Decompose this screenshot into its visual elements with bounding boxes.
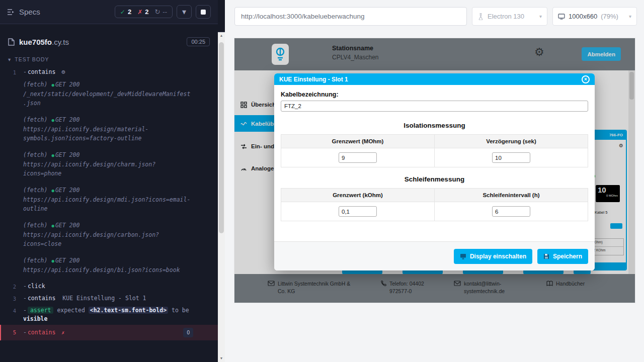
chevron-down-icon: ▾ (539, 14, 542, 19)
column-header: Verzögerung (sek) (435, 135, 588, 148)
reporter-panel: Specs ✓2 ✗2 ↻-- ▾ kue705fo.cy.ts 00:25 (0, 0, 225, 362)
url-bar[interactable] (234, 7, 467, 26)
command-number: 2 (0, 282, 23, 291)
fetch-url: https://api.iconify.design/charm.json?ic… (23, 160, 193, 178)
isolation-table: Grenzwert (MOhm) Verzögerung (sek) (281, 134, 588, 167)
modal-titlebar: KUE Einstellung - Slot 1 × (274, 73, 595, 85)
fetch-status: GET 200 (55, 222, 79, 229)
status-dot-icon: ● (51, 118, 54, 123)
scrollbar-track[interactable]: ▲ ▼ (218, 32, 225, 362)
loop-heading: Schleifenmessung (281, 175, 588, 183)
pending-retry-icon: ↻ (154, 8, 160, 16)
network-log[interactable]: (fetch)●GET 200 https://api.iconify.desi… (0, 254, 218, 276)
reporter-topbar: Specs ✓2 ✗2 ↻-- ▾ (0, 0, 218, 24)
scroll-down-button[interactable]: ▼ (218, 355, 225, 362)
pending-count: -- (163, 8, 167, 16)
preview-pane: Electron 130 ▾ 1000x660 (79%) ▾ Stations… (225, 0, 644, 362)
spec-header: kue705fo.cy.ts 00:25 (8, 37, 210, 46)
fail-x-icon: ✗ (61, 328, 64, 337)
status-dot-icon: ● (51, 153, 54, 158)
failed-count: 2 (145, 8, 148, 16)
fetch-tag: (fetch) (23, 222, 47, 229)
command-log: 1 -contains⚙ (fetch)●GET 200 /_next/stat… (0, 66, 218, 340)
network-log[interactable]: (fetch)●GET 200 https://api.iconify.desi… (0, 184, 218, 215)
flask-icon (477, 13, 484, 20)
network-log[interactable]: (fetch)●GET 200 https://api.iconify.desi… (0, 219, 218, 250)
fetch-tag: (fetch) (23, 116, 47, 123)
spec-file-icon (8, 38, 15, 46)
collapse-dropdown-button[interactable]: ▾ (177, 5, 192, 19)
test-body-label: TEST BODY (15, 56, 49, 62)
loop-interval-input[interactable] (492, 206, 530, 217)
cable-name-label: Kabelbezeichnung: (281, 91, 588, 98)
command-method: contains (28, 328, 55, 337)
monitor-icon (460, 253, 466, 259)
command-assert[interactable]: 4 -assert expected <h2.text-sm.font-bold… (0, 305, 218, 325)
modal-title: KUE Einstellung - Slot 1 (279, 76, 348, 83)
command-number: 3 (0, 294, 23, 303)
app-under-test: Stationsname CPLV4_Maschen ⚙ Abmelden Üb… (234, 38, 635, 303)
assert-badge: assert (28, 307, 54, 314)
scroll-up-button[interactable]: ▲ (218, 32, 225, 39)
fetch-url: https://api.iconify.design/bi.json?icons… (23, 265, 193, 275)
iso-limit-input[interactable] (339, 152, 377, 163)
specs-menu-button[interactable]: Specs (7, 8, 40, 16)
viewport-select[interactable]: 1000x660 (79%) ▾ (552, 7, 637, 26)
failed-x-icon: ✗ (137, 9, 142, 16)
column-header: Grenzwert (kOhm) (281, 189, 435, 202)
viewport-size: 1000x660 (569, 13, 597, 20)
passed-count: 2 (128, 8, 131, 16)
fetch-url: https://api.iconify.design/mdi.json?icon… (23, 195, 193, 213)
iso-delay-input[interactable] (492, 152, 530, 163)
screen: Specs ✓2 ✗2 ↻-- ▾ kue705fo.cy.ts 00:25 (0, 0, 644, 362)
fetch-url: /_next/static/development/_devMiddleware… (23, 89, 193, 108)
status-dot-icon: ● (51, 258, 54, 263)
column-header: Schleifenintervall (h) (435, 189, 588, 202)
network-log[interactable]: (fetch)●GET 200 https://api.iconify.desi… (0, 114, 218, 144)
fetch-tag: (fetch) (23, 187, 47, 194)
fetch-url: https://api.iconify.design/carbon.json?i… (23, 230, 193, 248)
spec-duration: 00:25 (187, 37, 210, 46)
command-contains-2[interactable]: 3 -containsKUE Einstellung - Slot 1 (0, 293, 218, 305)
command-contains-failed[interactable]: 5 -contains ✗ 0 (0, 325, 218, 340)
close-icon[interactable]: × (582, 75, 590, 83)
fetch-status: GET 200 (55, 187, 79, 194)
save-button[interactable]: Speichern (537, 249, 588, 264)
fetch-tag: (fetch) (23, 257, 47, 264)
scrollbar-thumb[interactable] (219, 42, 224, 233)
pending-stat: ↻-- (154, 8, 167, 16)
spec-name[interactable]: kue705fo.cy.ts (19, 38, 69, 46)
browser-select[interactable]: Electron 130 ▾ (472, 7, 547, 26)
viewport-size-icon (558, 14, 565, 20)
test-stats: ✓2 ✗2 ↻-- (115, 6, 173, 18)
command-method: contains (28, 68, 55, 75)
network-log[interactable]: (fetch)●GET 200 https://api.iconify.desi… (0, 149, 218, 179)
status-dot-icon: ● (51, 188, 54, 193)
network-log[interactable]: (fetch)●GET 200 /_next/static/developmen… (0, 78, 218, 109)
fetch-status: GET 200 (55, 151, 79, 158)
cable-name-input[interactable] (281, 101, 588, 112)
viewport-zoom: (79%) (601, 13, 618, 20)
command-method: click (28, 283, 45, 290)
display-on-button[interactable]: Display einschalten (454, 249, 532, 264)
chevron-down-icon: ▾ (629, 14, 631, 19)
command-contains-1[interactable]: 1 -contains⚙ (0, 66, 218, 78)
fetch-status: GET 200 (55, 81, 79, 88)
specs-label: Specs (19, 8, 40, 16)
test-body-toggle[interactable]: ▾ TEST BODY (8, 56, 210, 62)
status-dot-icon: ● (51, 82, 54, 87)
status-dot-icon: ● (51, 223, 54, 228)
fetch-url: https://api.iconify.design/material-symb… (23, 125, 193, 143)
loop-limit-input[interactable] (339, 206, 377, 217)
passed-check-icon: ✓ (120, 9, 125, 16)
cypress-reporter: Specs ✓2 ✗2 ↻-- ▾ kue705fo.cy.ts 00:25 (0, 0, 218, 362)
stop-button[interactable] (196, 5, 211, 19)
specs-list-icon (7, 9, 15, 16)
fetch-status: GET 200 (55, 116, 79, 123)
url-input[interactable] (241, 13, 460, 20)
command-click[interactable]: 2 -click (0, 281, 218, 293)
chevron-down-icon: ▾ (8, 56, 11, 62)
element-count-badge: 0 (183, 328, 193, 337)
fetch-tag: (fetch) (23, 151, 47, 158)
fetch-status: GET 200 (55, 257, 79, 264)
